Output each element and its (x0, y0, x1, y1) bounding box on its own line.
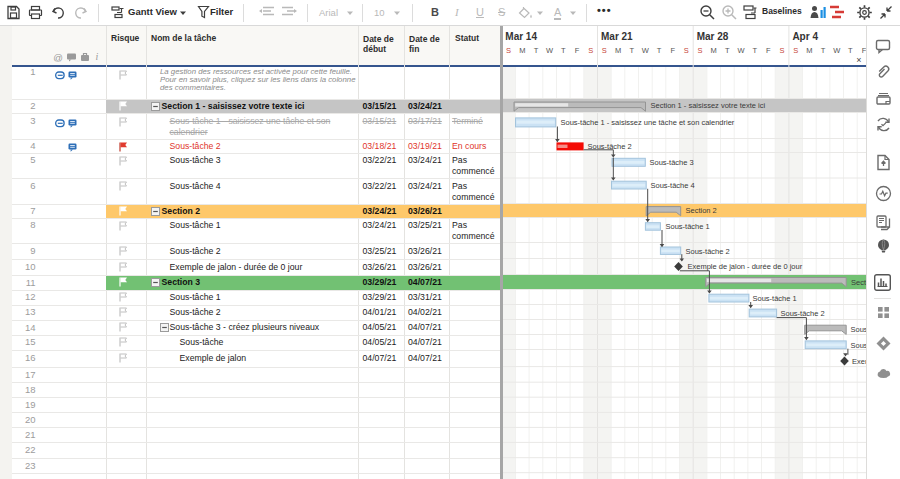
svg-text:Sous-tâche 3: Sous-tâche 3 (650, 158, 694, 167)
svg-text:F: F (575, 46, 580, 55)
svg-text:Apr 4: Apr 4 (792, 31, 818, 42)
svg-text:T: T (821, 46, 826, 55)
svg-text:Mar 21: Mar 21 (601, 31, 633, 42)
svg-text:Exemple de jalon: Exemple de jalon (852, 357, 866, 366)
svg-text:×: × (856, 55, 861, 65)
svg-text:S: S (697, 46, 702, 55)
svg-text:Sous-tâche 2: Sous-tâche 2 (686, 247, 730, 256)
svg-text:Sous-tâche 1: Sous-tâche 1 (666, 222, 710, 231)
svg-text:S: S (684, 46, 689, 55)
svg-text:S: S (779, 46, 784, 55)
svg-text:T: T (657, 46, 662, 55)
svg-text:Mar 14: Mar 14 (505, 31, 537, 42)
svg-text:Mar 28: Mar 28 (697, 31, 729, 42)
svg-text:Exemple de jalon - durée de 0: Exemple de jalon - durée de 0 jour (688, 262, 803, 271)
svg-text:Section 1 - saisissez votre te: Section 1 - saisissez votre texte ici (651, 101, 766, 110)
svg-text:T: T (848, 46, 853, 55)
svg-text:i: i (96, 51, 99, 62)
svg-text:T: T (629, 46, 634, 55)
svg-text:Sous-tâche 1 - saisissez une t: Sous-tâche 1 - saisissez une tâche et so… (561, 118, 735, 127)
svg-text:S: S (588, 46, 593, 55)
svg-text:M: M (806, 46, 812, 55)
svg-text:M: M (711, 46, 717, 55)
svg-text:Sous-tâche 2: Sous-tâche 2 (781, 309, 825, 318)
svg-text:@: @ (53, 52, 63, 62)
svg-text:S: S (602, 46, 607, 55)
svg-text:M: M (615, 46, 621, 55)
svg-text:T: T (561, 46, 566, 55)
svg-text:T: T (752, 46, 757, 55)
svg-text:W: W (833, 46, 841, 55)
svg-text:W: W (546, 46, 554, 55)
svg-text:F: F (766, 46, 771, 55)
svg-text:Sous-tâche 4: Sous-tâche 4 (651, 181, 695, 190)
svg-text:F: F (670, 46, 675, 55)
svg-text:T: T (725, 46, 730, 55)
svg-text:W: W (737, 46, 745, 55)
svg-text:Sous-tâche 1: Sous-tâche 1 (753, 294, 797, 303)
svg-text:T: T (534, 46, 539, 55)
svg-text:W: W (642, 46, 650, 55)
svg-text:M: M (519, 46, 525, 55)
svg-text:Section 3: Section 3 (851, 278, 866, 287)
svg-text:S: S (506, 46, 511, 55)
svg-text:Section 2: Section 2 (686, 206, 717, 215)
svg-text:S: S (793, 46, 798, 55)
svg-text:Sous-tâche 3 - créez plusieurs: Sous-tâche 3 - créez plusieurs niveaux (851, 325, 867, 334)
svg-text:Sous-tâche: Sous-tâche (851, 341, 867, 350)
